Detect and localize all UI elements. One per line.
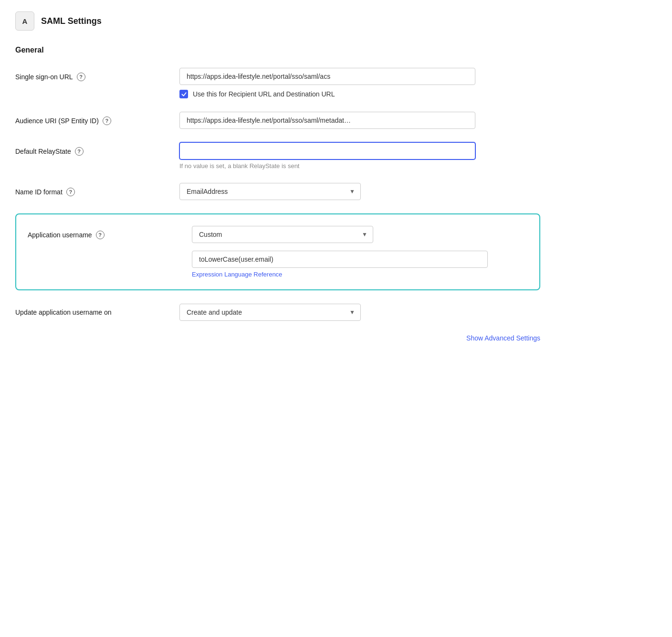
audience-uri-field-col: [179, 112, 540, 129]
app-username-select-wrapper: Okta username Email Custom ▼: [192, 226, 373, 243]
relay-state-field-col: If no value is set, a blank RelayState i…: [179, 142, 540, 170]
app-username-section: Application username ? Okta username Ema…: [15, 213, 540, 290]
relay-state-hint: If no value is set, a blank RelayState i…: [179, 162, 540, 170]
page-header: A SAML Settings: [15, 11, 657, 31]
relay-state-label: Default RelayState: [15, 148, 71, 155]
app-username-row: Application username ? Okta username Ema…: [28, 226, 528, 278]
sso-url-field-col: Use this for Recipient URL and Destinati…: [179, 68, 540, 98]
name-id-format-row: Name ID format ? EmailAddress Unspecifie…: [15, 183, 540, 200]
recipient-url-checkbox[interactable]: [179, 90, 188, 98]
avatar: A: [15, 11, 34, 31]
app-username-label-col: Application username ?: [28, 226, 180, 239]
update-username-on-label: Update application username on: [15, 308, 112, 316]
audience-uri-input[interactable]: [179, 112, 475, 129]
sso-url-help-icon[interactable]: ?: [77, 73, 85, 81]
name-id-format-select[interactable]: EmailAddress Unspecified x509SubjectName…: [179, 183, 361, 200]
audience-uri-row: Audience URI (SP Entity ID) ?: [15, 112, 540, 129]
app-username-select[interactable]: Okta username Email Custom: [192, 226, 373, 243]
sso-url-label-col: Single sign-on URL ?: [15, 68, 168, 81]
update-username-on-row: Update application username on Create Cr…: [15, 304, 540, 321]
audience-uri-label-col: Audience URI (SP Entity ID) ?: [15, 112, 168, 125]
name-id-format-field-col: EmailAddress Unspecified x509SubjectName…: [179, 183, 540, 200]
app-username-expression-input[interactable]: [192, 251, 488, 268]
relay-state-label-col: Default RelayState ?: [15, 142, 168, 156]
page-title: SAML Settings: [41, 16, 102, 26]
expression-language-reference-link[interactable]: Expression Language Reference: [192, 271, 528, 278]
app-username-label: Application username: [28, 231, 92, 239]
sso-url-label: Single sign-on URL: [15, 73, 73, 81]
sso-url-row: Single sign-on URL ? Use this for Recipi…: [15, 68, 540, 98]
show-advanced-settings-link[interactable]: Show Advanced Settings: [15, 334, 540, 342]
audience-uri-label: Audience URI (SP Entity ID): [15, 117, 99, 125]
name-id-format-label: Name ID format: [15, 188, 63, 196]
form-container: General Single sign-on URL ? Use this fo…: [15, 46, 540, 342]
update-username-on-select[interactable]: Create Create and update: [179, 304, 361, 321]
update-username-on-select-wrapper: Create Create and update ▼: [179, 304, 361, 321]
recipient-url-checkbox-label: Use this for Recipient URL and Destinati…: [193, 90, 335, 98]
audience-uri-help-icon[interactable]: ?: [103, 117, 111, 125]
name-id-format-label-col: Name ID format ?: [15, 183, 168, 196]
relay-state-help-icon[interactable]: ?: [75, 147, 84, 156]
update-username-on-label-col: Update application username on: [15, 304, 168, 316]
section-title: General: [15, 46, 540, 54]
app-username-field-col: Okta username Email Custom ▼ Expression …: [192, 226, 528, 278]
name-id-format-select-wrapper: EmailAddress Unspecified x509SubjectName…: [179, 183, 361, 200]
relay-state-row: Default RelayState ? If no value is set,…: [15, 142, 540, 170]
sso-url-input[interactable]: [179, 68, 475, 85]
app-username-help-icon[interactable]: ?: [96, 231, 105, 239]
update-username-on-field-col: Create Create and update ▼: [179, 304, 540, 321]
sso-url-checkbox-row: Use this for Recipient URL and Destinati…: [179, 90, 540, 98]
name-id-format-help-icon[interactable]: ?: [66, 188, 75, 196]
relay-state-input[interactable]: [179, 142, 475, 159]
